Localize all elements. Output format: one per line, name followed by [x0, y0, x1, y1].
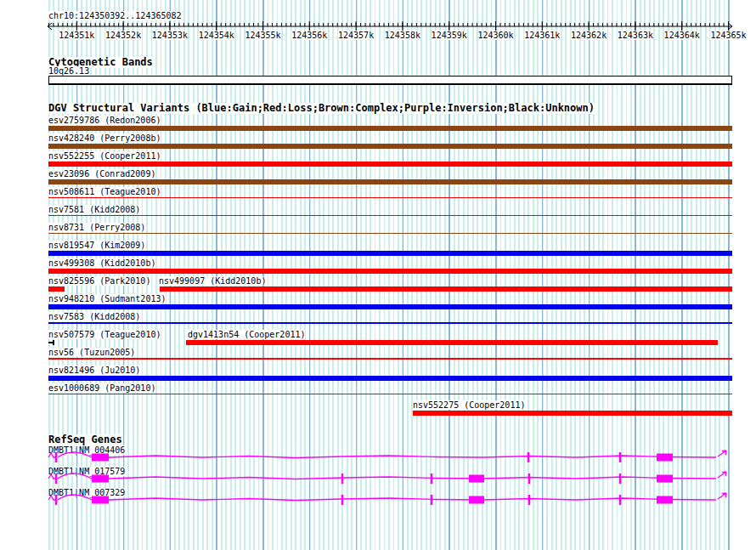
variant-label: nsv7581 (Kidd2008): [48, 205, 140, 214]
exon-box[interactable]: [92, 475, 109, 483]
path: [48, 453, 56, 457]
variant-bar[interactable]: [48, 215, 732, 216]
path: [109, 477, 716, 479]
variant-bar[interactable]: [48, 162, 732, 167]
cytoband-box: [48, 76, 732, 85]
variant-bar[interactable]: [160, 286, 732, 292]
dgv-section-title: DGV Structural Variants (Blue:Gain;Red:L…: [48, 103, 595, 114]
variant-label: esv1000689 (Pang2010): [48, 383, 155, 393]
path: [718, 451, 726, 456]
variant-label: esv2759786 (Redon2006): [48, 116, 161, 125]
path: [58, 495, 92, 500]
exon-tick[interactable]: [341, 495, 344, 505]
exon-box[interactable]: [657, 496, 673, 504]
path: [48, 496, 56, 500]
variant-label: nsv819547 (Kim2009): [48, 241, 145, 250]
variant-bar[interactable]: [48, 233, 732, 234]
path: [109, 456, 716, 458]
ruler-tick-label: 124351k: [59, 31, 94, 40]
exon-tick[interactable]: [619, 452, 622, 462]
path: [58, 452, 92, 457]
exon-tick[interactable]: [55, 495, 58, 505]
ruler-tick-label: 124359k: [432, 31, 467, 40]
cytoband-label: 10q26.13: [48, 66, 89, 76]
ruler-tick-label: 124354k: [199, 31, 234, 40]
variant-bar[interactable]: [48, 144, 732, 149]
path: [718, 472, 726, 478]
exon-box[interactable]: [92, 454, 109, 462]
ruler-tick-label: 124365k: [710, 31, 746, 40]
variant-label: nsv499097 (Kidd2010b): [159, 276, 266, 286]
ruler-tick-label: 124362k: [571, 31, 606, 40]
variant-label: nsv7583 (Kidd2008): [48, 312, 140, 321]
variant-bar[interactable]: [48, 197, 732, 198]
variant-label: nsv8731 (Perry2008): [48, 223, 145, 232]
refseq-section-title: RefSeq Genes: [48, 434, 122, 445]
ruler-tick-label: 124358k: [385, 31, 420, 40]
variant-bar[interactable]: [186, 340, 718, 345]
gene-model[interactable]: [48, 490, 732, 510]
exon-tick[interactable]: [619, 495, 622, 505]
variant-bar[interactable]: [48, 376, 732, 381]
variant-label: nsv56 (Tuzun2005): [48, 348, 135, 357]
variant-label: nsv821496 (Ju2010): [48, 366, 140, 375]
gene-model[interactable]: [48, 468, 732, 489]
variant-label: esv23096 (Conrad2009): [48, 169, 155, 179]
path: [48, 23, 728, 26]
gene-model[interactable]: [48, 447, 732, 468]
genome-browser-view: chr10:124350392..124365082 Cytogenetic B…: [0, 0, 756, 550]
variant-bar[interactable]: [48, 126, 732, 131]
exon-tick[interactable]: [528, 473, 531, 484]
exon-tick[interactable]: [55, 473, 58, 484]
variant-bar[interactable]: [48, 251, 732, 256]
exon-box[interactable]: [92, 496, 109, 504]
variant-label: nsv508611 (Teague2010): [48, 187, 161, 196]
variant-label: nsv507579 (Teague2010): [48, 330, 161, 339]
variant-label: dgv1413n54 (Cooper2011): [188, 330, 305, 339]
variant-label: nsv552275 (Cooper2011): [413, 400, 525, 410]
exon-tick[interactable]: [431, 495, 433, 505]
ruler-tick-label: 124363k: [618, 31, 653, 40]
exon-box[interactable]: [657, 475, 673, 483]
ruler-tick-label: 124356k: [291, 31, 327, 40]
ruler-tick-label: 124352k: [105, 31, 141, 40]
path: [109, 498, 716, 501]
ruler-tick-label: 124361k: [524, 31, 560, 40]
variant-bar[interactable]: [413, 411, 732, 416]
variant-bar[interactable]: [48, 394, 732, 394]
variant-bar[interactable]: [48, 269, 732, 274]
ruler-tick-label: 124353k: [152, 31, 188, 40]
variant-bar[interactable]: [48, 322, 732, 324]
ruler-tick-label: 124364k: [664, 31, 700, 40]
path: [48, 474, 56, 479]
variant-label: nsv825596 (Park2010): [48, 276, 150, 286]
exon-tick[interactable]: [619, 473, 622, 484]
ruler-tick-label: 124355k: [245, 31, 280, 40]
location-title: chr10:124350392..124365082: [48, 11, 182, 20]
exon-box[interactable]: [469, 475, 484, 483]
exon-tick[interactable]: [341, 473, 344, 484]
exon-tick[interactable]: [528, 495, 531, 505]
exon-tick[interactable]: [55, 452, 58, 462]
mark-endcap: [53, 340, 54, 345]
variant-bar[interactable]: [48, 179, 732, 184]
exon-tick[interactable]: [528, 452, 530, 462]
exon-box[interactable]: [469, 496, 484, 504]
ruler-tick-label: 124360k: [477, 31, 513, 40]
exon-box[interactable]: [657, 454, 673, 462]
variant-bar[interactable]: [48, 340, 54, 345]
path: [718, 493, 726, 499]
variant-label: nsv428240 (Perry2008b): [48, 133, 161, 143]
variant-label: nsv499308 (Kidd2010b): [48, 258, 155, 268]
variant-bar[interactable]: [48, 304, 732, 309]
variant-bar[interactable]: [48, 358, 732, 360]
exon-tick[interactable]: [431, 473, 433, 484]
variant-label: nsv948210 (Sudmant2013): [48, 294, 166, 303]
path: [58, 473, 92, 479]
variant-label: nsv552255 (Cooper2011): [48, 151, 161, 161]
ruler-tick-label: 124357k: [338, 31, 374, 40]
variant-bar[interactable]: [48, 286, 65, 292]
